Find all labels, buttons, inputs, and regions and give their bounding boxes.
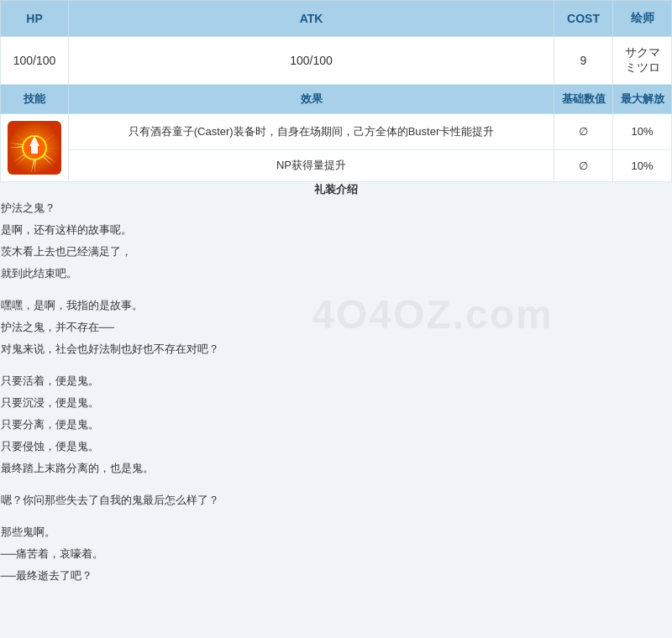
intro-cell: 4O4OZ.com 护法之鬼？ 是啊，还有这样的故事呢。 茨木看上去也已经满足了… — [1, 197, 672, 587]
cost-header: COST — [554, 1, 613, 37]
svg-rect-11 — [31, 145, 38, 154]
skill-max-2: 10% — [613, 149, 672, 181]
intro-para-4: 嗯？你问那些失去了自我的鬼最后怎么样了？ — [1, 489, 672, 511]
hp-value: 100/100 — [1, 37, 69, 85]
intro-text: 护法之鬼？ 是啊，还有这样的故事呢。 茨木看上去也已经满足了， 就到此结束吧。 … — [1, 197, 672, 587]
intro-header-row: 礼装介绍 — [1, 182, 672, 198]
stats-header-row: HP ATK COST 绘师 — [1, 1, 672, 37]
artist-value: サクマミツロ — [613, 37, 672, 85]
effect-col-header: 效果 — [69, 85, 554, 114]
intro-header: 礼装介绍 — [1, 182, 672, 198]
skill-icon-svg — [8, 121, 61, 175]
skills-header-row: 技能 效果 基础数值 最大解放 — [1, 85, 672, 114]
skill-col-header: 技能 — [1, 85, 69, 114]
stats-data-row: 100/100 100/100 9 サクマミツロ — [1, 37, 672, 85]
skill-base-2: ∅ — [554, 149, 613, 181]
skill-base-2-value: ∅ — [579, 160, 588, 172]
skill-effect-1: 只有酒吞童子(Caster)装备时，自身在场期间，己方全体的Buster卡性能提… — [69, 114, 554, 150]
cost-value: 9 — [554, 37, 613, 85]
skill-icon-cell — [1, 114, 69, 182]
atk-value: 100/100 — [69, 37, 554, 85]
intro-para-5: 那些鬼啊。 ──痛苦着，哀嚎着。 ──最终逝去了吧？ — [1, 521, 672, 587]
skill-max-1: 10% — [613, 114, 672, 150]
intro-para-2: 嘿嘿，是啊，我指的是故事。 护法之鬼，并不存在── 对鬼来说，社会也好法制也好也… — [1, 295, 672, 360]
artist-header: 绘师 — [613, 1, 672, 37]
atk-header: ATK — [69, 1, 554, 37]
main-table: HP ATK COST 绘师 100/100 100/100 9 サクマミツロ … — [0, 0, 672, 587]
skill-base-1-value: ∅ — [579, 125, 588, 138]
hp-header: HP — [1, 1, 69, 37]
skill-base-1: ∅ — [554, 114, 613, 150]
max-col-header: 最大解放 — [613, 85, 672, 114]
skill-row-1: 只有酒吞童子(Caster)装备时，自身在场期间，己方全体的Buster卡性能提… — [1, 114, 672, 150]
base-col-header: 基础数值 — [554, 85, 613, 114]
intro-para-1: 护法之鬼？ 是啊，还有这样的故事呢。 茨木看上去也已经满足了， 就到此结束吧。 — [1, 197, 672, 285]
intro-row: 4O4OZ.com 护法之鬼？ 是啊，还有这样的故事呢。 茨木看上去也已经满足了… — [1, 197, 672, 587]
skill-row-2: NP获得量提升 ∅ 10% — [1, 149, 672, 181]
skill-effect-2: NP获得量提升 — [69, 149, 554, 181]
intro-para-3: 只要活着，便是鬼。 只要沉浸，便是鬼。 只要分离，便是鬼。 只要侵蚀，便是鬼。 … — [1, 370, 672, 479]
